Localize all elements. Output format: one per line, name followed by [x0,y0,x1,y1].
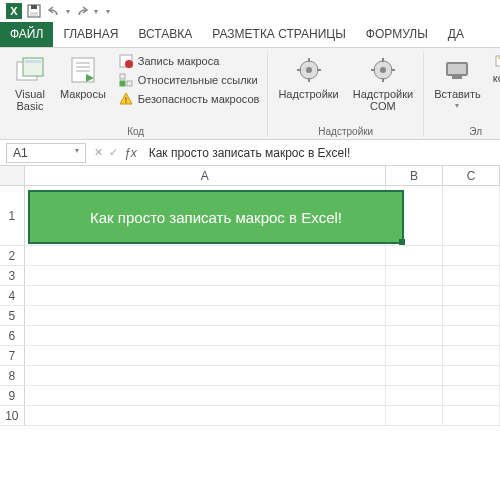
col-header-A[interactable]: A [25,166,386,185]
addins-label: Надстройки [278,88,338,100]
cell-C6[interactable] [443,326,500,345]
svg-point-27 [380,67,386,73]
name-box-value: A1 [13,146,28,160]
quick-access-toolbar: X ▾ ▾ ▾ [0,0,500,22]
macros-label: Макросы [60,88,106,100]
insert-control-button[interactable]: Вставить ▾ [430,52,485,113]
name-box[interactable]: A1 ▾ [6,143,86,163]
row-7: 7 [0,346,500,366]
control-mode-button[interactable]: К [491,52,500,70]
cell-A6[interactable] [25,326,386,345]
cell-C2[interactable] [443,246,500,265]
macros-button[interactable]: Макросы [56,52,110,102]
row-header-10[interactable]: 10 [0,406,25,425]
cancel-icon[interactable]: ✕ [94,146,103,159]
cell-A3[interactable] [25,266,386,285]
cell-A9[interactable] [25,386,386,405]
cell-A7[interactable] [25,346,386,365]
svg-rect-16 [127,81,132,86]
tab-data[interactable]: ДА [438,22,474,47]
cell-B4[interactable] [386,286,443,305]
control-props-button[interactable]: кон [491,71,500,85]
cell-C10[interactable] [443,406,500,425]
undo-icon[interactable] [46,3,62,19]
record-macro-button[interactable]: Запись макроса [116,52,262,70]
relative-refs-button[interactable]: Относительные ссылки [116,71,262,89]
cell-B9[interactable] [386,386,443,405]
row-header-3[interactable]: 3 [0,266,25,285]
macro-security-label: Безопасность макросов [138,93,260,105]
row-header-7[interactable]: 7 [0,346,25,365]
row-8: 8 [0,366,500,386]
cell-A8[interactable] [25,366,386,385]
formula-bar-buttons: ✕ ✓ ƒx [94,146,137,160]
cell-B2[interactable] [386,246,443,265]
tab-file[interactable]: ФАЙЛ [0,22,53,47]
svg-rect-4 [30,12,38,16]
row-header-2[interactable]: 2 [0,246,25,265]
cell-A2[interactable] [25,246,386,265]
macro-security-button[interactable]: ! Безопасность макросов [116,90,262,108]
addins-button[interactable]: Надстройки [274,52,342,102]
row-header-5[interactable]: 5 [0,306,25,325]
group-addins: Надстройки Надстройки COM Надстройки [268,52,424,137]
cell-B10[interactable] [386,406,443,425]
row-header-8[interactable]: 8 [0,366,25,385]
cell-A5[interactable] [25,306,386,325]
tab-layout[interactable]: РАЗМЕТКА СТРАНИЦЫ [202,22,356,47]
svg-rect-7 [25,60,41,63]
cell-C5[interactable] [443,306,500,325]
save-icon[interactable] [26,3,42,19]
tab-insert[interactable]: ВСТАВКА [128,22,202,47]
tab-home[interactable]: ГЛАВНАЯ [53,22,128,47]
svg-rect-33 [448,64,466,74]
cell-A1-content[interactable]: Как просто записать макрос в Excel! [28,190,404,244]
row-5: 5 [0,306,500,326]
group-controls: Вставить ▾ К кон Эл [424,52,500,137]
macro-security-icon: ! [118,91,134,107]
enter-icon[interactable]: ✓ [109,146,118,159]
cell-B6[interactable] [386,326,443,345]
cell-C1[interactable] [443,186,500,245]
qat-customize[interactable]: ▾ [106,7,110,16]
tab-formulas[interactable]: ФОРМУЛЫ [356,22,438,47]
cell-C9[interactable] [443,386,500,405]
row-header-4[interactable]: 4 [0,286,25,305]
svg-point-21 [306,67,312,73]
row-header-1[interactable]: 1 [0,186,25,245]
addins-icon [293,54,325,86]
svg-rect-17 [120,81,125,86]
record-macro-label: Запись макроса [138,55,220,67]
row-2: 2 [0,246,500,266]
visual-basic-button[interactable]: Visual Basic [10,52,50,114]
col-header-C[interactable]: C [443,166,500,185]
addins-com-button[interactable]: Надстройки COM [349,52,417,114]
row-header-9[interactable]: 9 [0,386,25,405]
redo-dropdown[interactable]: ▾ [94,7,98,16]
formula-bar[interactable]: Как просто записать макрос в Excel! [145,146,351,160]
cell-B3[interactable] [386,266,443,285]
grid-rows: 1 Как просто записать макрос в Excel! 2 … [0,186,500,426]
svg-text:X: X [10,5,18,17]
select-all-corner[interactable] [0,166,25,185]
cell-C3[interactable] [443,266,500,285]
cell-A4[interactable] [25,286,386,305]
cell-C7[interactable] [443,346,500,365]
cell-B5[interactable] [386,306,443,325]
fx-icon[interactable]: ƒx [124,146,137,160]
col-header-B[interactable]: B [386,166,443,185]
svg-point-14 [125,60,133,68]
group-code-label: Код [10,124,261,137]
row-9: 9 [0,386,500,406]
redo-icon[interactable] [74,3,90,19]
cell-B8[interactable] [386,366,443,385]
cell-C4[interactable] [443,286,500,305]
svg-rect-3 [31,5,37,9]
cell-A10[interactable] [25,406,386,425]
row-header-6[interactable]: 6 [0,326,25,345]
undo-dropdown[interactable]: ▾ [66,7,70,16]
cell-C8[interactable] [443,366,500,385]
control-props-label: кон [493,72,500,84]
cell-B7[interactable] [386,346,443,365]
name-box-dropdown-icon[interactable]: ▾ [75,146,79,155]
